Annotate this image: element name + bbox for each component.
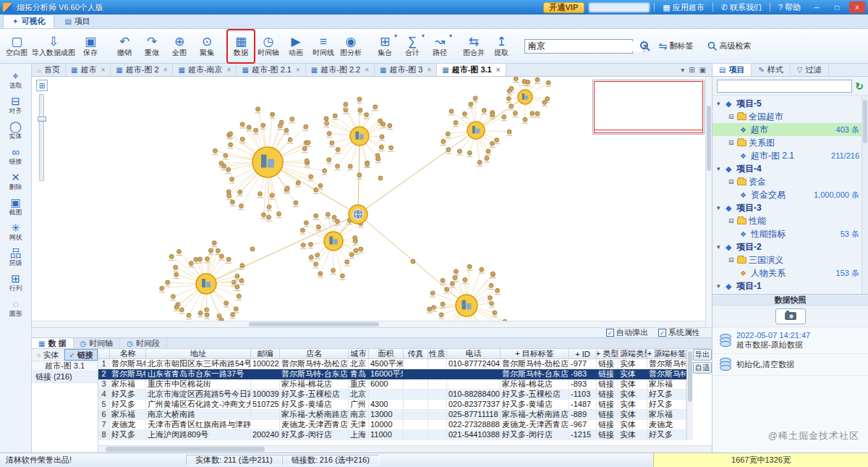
tree-search-input[interactable]: [717, 80, 852, 93]
tab-project[interactable]: ▤ 项目: [56, 14, 98, 28]
tab-visualization[interactable]: ✦ 可视化: [3, 14, 54, 28]
timeline-button[interactable]: ≡ 时间线: [310, 30, 337, 63]
export-button[interactable]: 导出: [693, 349, 712, 361]
expander-icon[interactable]: ⊟: [728, 178, 737, 185]
canvas-vertical-scrollbar[interactable]: [705, 77, 712, 327]
table-row[interactable]: 5 好又多 广州黄埔区石化路文-冲商文大厦 510725 好又多-黄埔店 广州 …: [98, 400, 712, 410]
tab-data[interactable]: ▦ 数 据: [32, 338, 74, 348]
column-header[interactable]: 电话: [447, 349, 501, 359]
table-row[interactable]: 8 好又多 上海沪闵路809号 200240 好又多-闵行店 上海 11000 …: [98, 430, 712, 440]
column-header[interactable]: + 源端标签: [647, 349, 686, 359]
circle-layout-tool[interactable]: ◌ 圆形: [1, 296, 30, 320]
expander-icon[interactable]: ⊟: [728, 113, 737, 120]
take-snapshot-button[interactable]: [775, 308, 806, 324]
advanced-search-button[interactable]: 高级检索: [704, 35, 755, 57]
delete-tool[interactable]: ✕ 删除: [1, 169, 30, 193]
hierarchy-layout-tool[interactable]: 品 层级: [1, 245, 30, 269]
column-header[interactable]: 邮编: [251, 349, 280, 359]
close-icon[interactable]: ×: [101, 66, 106, 74]
contact-us-link[interactable]: ✆ 联系我们: [718, 2, 765, 13]
app-store-link[interactable]: ▦ 应用超市: [659, 2, 707, 13]
tree-item-national-supermarket[interactable]: ⊟ 全国超市: [712, 110, 868, 123]
tree-item-project-2[interactable]: ▾ ◆ 项目-2: [712, 240, 868, 253]
tab-filter[interactable]: ▽ 过滤: [791, 64, 829, 76]
maximize-button[interactable]: □: [829, 1, 845, 13]
expander-icon[interactable]: ▾: [717, 165, 726, 172]
minimize-button[interactable]: ─: [809, 1, 825, 13]
auto-popup-checkbox[interactable]: ✓ 自动弹出: [606, 327, 648, 338]
expander-icon[interactable]: ⊟: [728, 217, 737, 224]
close-icon[interactable]: ×: [227, 66, 231, 74]
data-button[interactable]: ▦ 数据: [227, 30, 255, 63]
column-header[interactable]: 传真: [404, 349, 428, 359]
zoom-slider[interactable]: [39, 94, 44, 181]
expander-icon[interactable]: ▾: [717, 243, 726, 251]
screenshot-tool[interactable]: ▣ 截图: [1, 195, 30, 219]
tree-item-funds[interactable]: ⊟ 资金: [712, 175, 868, 188]
undo-button[interactable]: ↶ 撤销: [111, 30, 138, 63]
close-icon[interactable]: ×: [496, 66, 501, 74]
fit-view-button[interactable]: ⊕ 全图: [166, 30, 193, 63]
animation-button[interactable]: ▶ 动画: [282, 30, 310, 63]
canvas-horizontal-scrollbar[interactable]: [32, 321, 705, 327]
tree-item-project-3[interactable]: ▾ ◆ 项目-3: [712, 201, 868, 214]
entity-tool[interactable]: ◯ 实体: [1, 119, 30, 143]
tree-item-project-1[interactable]: ▾ ◆ 项目-1: [712, 279, 868, 293]
minimap[interactable]: [592, 80, 705, 135]
column-header[interactable]: 店名: [280, 349, 349, 359]
link-tool[interactable]: ∞ 链接: [1, 144, 30, 168]
merge-graph-button[interactable]: ⇆ 图合并: [460, 30, 488, 63]
help-link[interactable]: ? 帮助: [775, 2, 804, 13]
column-header[interactable]: 面积: [369, 349, 404, 359]
system-props-checkbox[interactable]: ✓ 系统属性: [658, 327, 700, 338]
tab-time-range[interactable]: ◷ 时间段: [120, 338, 167, 348]
tree-item-performance-metrics[interactable]: ❖ 性能指标 53 条: [712, 227, 868, 240]
save-button[interactable]: ▣ 保存: [77, 30, 104, 63]
canvas-tab[interactable]: ▦ 超市-图 2.1 ×: [237, 64, 305, 76]
set-button[interactable]: ▾ ⊞ 集合: [371, 30, 399, 63]
tree-item-project-4[interactable]: ▾ ◆ 项目-4: [712, 162, 868, 175]
checkbox-checked-icon[interactable]: ✓: [606, 329, 614, 337]
table-row[interactable]: 3 家乐福 重庆市中区棉花街 家乐福-棉花店 重庆 6000 家乐福-棉花店 -…: [98, 379, 712, 390]
tree-item-relation-graphs[interactable]: ⊟ 关系图: [712, 136, 868, 149]
column-header[interactable]: + 目标标签: [501, 349, 569, 359]
tree-item-supermarket-graph-21[interactable]: ❖ 超市-图 2.1 211/216: [712, 149, 868, 162]
expander-icon[interactable]: ▾: [717, 204, 726, 211]
refresh-icon[interactable]: ↻: [855, 80, 864, 92]
canvas-tab[interactable]: ▦ 超市-图 2 ×: [111, 64, 173, 76]
close-icon[interactable]: ×: [296, 66, 300, 74]
column-header[interactable]: 名称: [110, 349, 146, 359]
search-button[interactable]: [636, 35, 655, 57]
select-tool[interactable]: ⌖ 选取: [1, 68, 30, 92]
cluster-button[interactable]: ⊙ 聚集: [193, 30, 221, 63]
grid-layout-tool[interactable]: ⊞ 行列: [1, 271, 30, 295]
blank-graph-button[interactable]: ▢ 空白图: [3, 30, 30, 63]
close-icon[interactable]: ×: [163, 66, 168, 74]
table-row[interactable]: 6 家乐福 南京大桥南路 家乐福-大桥南路店 南京 13000 025-8771…: [98, 410, 712, 420]
column-header[interactable]: + 源端类型: [618, 349, 647, 359]
column-header[interactable]: + 类型: [597, 349, 618, 359]
link-toggle-button[interactable]: ✓ 链接: [64, 349, 98, 361]
redo-button[interactable]: ↷ 重做: [138, 30, 166, 63]
canvas-tab[interactable]: ▦ 超市-图 3.1 ×: [437, 64, 506, 76]
vip-button[interactable]: 开通VIP: [543, 2, 585, 13]
column-header[interactable]: 性质: [428, 349, 447, 359]
entity-toggle-button[interactable]: ○ 实体: [32, 349, 64, 361]
mesh-layout-tool[interactable]: ✳ 网状: [1, 220, 30, 244]
table-row[interactable]: 7 麦德龙 天津市西青区红旗南路与津静路交口 麦德龙-天津西青店 天津 1000…: [98, 420, 712, 430]
close-button[interactable]: ×: [849, 1, 865, 13]
tree-item-supermarket[interactable]: ❖ 超市 403 条: [712, 123, 868, 136]
tree-item-performance[interactable]: ⊟ 性能: [712, 214, 868, 227]
canvas-tab[interactable]: ▦ 超市-南京 ×: [173, 64, 237, 76]
table-vertical-scrollbar[interactable]: [686, 349, 693, 440]
tab-strip-tools[interactable]: ▾⊞▣: [675, 64, 712, 76]
snapshot-item[interactable]: 初始化,清空数据: [712, 354, 868, 376]
canvas-tab[interactable]: ⌂ 首页: [32, 64, 66, 76]
tree-scrollbar[interactable]: [861, 96, 868, 294]
graph-analysis-button[interactable]: ◉ 图分析: [337, 30, 365, 63]
close-icon[interactable]: ×: [427, 66, 431, 74]
tree-item-character-relations[interactable]: ❖ 人物关系 153 条: [712, 266, 868, 279]
tab-project-tree[interactable]: ▤ 项目: [712, 64, 752, 76]
tree-item-three-kingdoms[interactable]: ⊟ 三国演义: [712, 253, 868, 266]
canvas-tab[interactable]: ▦ 超市-图 3 ×: [375, 64, 437, 76]
